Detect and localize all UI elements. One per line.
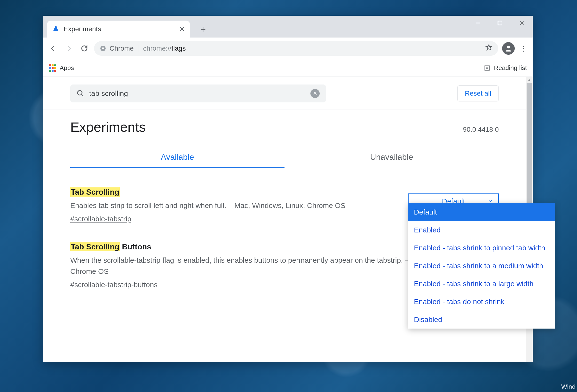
- dropdown-option[interactable]: Enabled - tabs shrink to a large width: [408, 275, 555, 293]
- reset-all-button[interactable]: Reset all: [457, 85, 499, 101]
- dropdown-option[interactable]: Disabled: [408, 311, 555, 328]
- reload-button[interactable]: [78, 43, 90, 54]
- svg-line-11: [81, 95, 83, 96]
- close-window-button[interactable]: [511, 16, 533, 30]
- dropdown-option[interactable]: Default: [408, 203, 555, 221]
- version-label: 90.0.4418.0: [463, 126, 499, 133]
- site-chip-label: Chrome: [109, 45, 134, 52]
- search-box[interactable]: ✕: [70, 85, 326, 102]
- page-heading: Experiments: [70, 119, 146, 135]
- flags-page: ✕ Reset all Experiments 90.0.4418.0 Avai…: [43, 77, 526, 362]
- tab-strip: Experiments ✕ ＋: [43, 16, 533, 37]
- flag-description: Enables tab strip to scroll left and rig…: [70, 200, 398, 211]
- site-chip: Chrome: [100, 45, 139, 52]
- reading-list-icon[interactable]: [484, 65, 491, 71]
- close-tab-icon[interactable]: ✕: [179, 25, 185, 33]
- scroll-up-icon[interactable]: ▲: [526, 77, 533, 83]
- apps-icon[interactable]: [49, 65, 56, 72]
- menu-button[interactable]: ⋮: [519, 44, 528, 53]
- svg-point-10: [77, 91, 82, 95]
- dropdown-option[interactable]: Enabled - tabs shrink to a medium width: [408, 257, 555, 275]
- window-controls: [467, 16, 533, 30]
- flag-title: Tab Scrolling: [70, 188, 398, 196]
- chrome-icon: [100, 45, 106, 52]
- dropdown-option[interactable]: Enabled: [408, 221, 555, 239]
- url-scheme: chrome://: [143, 45, 172, 52]
- back-button[interactable]: [47, 43, 59, 54]
- divider: [476, 63, 476, 73]
- flask-icon: [52, 25, 59, 33]
- maximize-button[interactable]: [489, 16, 511, 30]
- dropdown-option[interactable]: Enabled - tabs shrink to pinned tab widt…: [408, 239, 555, 257]
- svg-rect-1: [498, 21, 502, 25]
- search-icon: [76, 90, 84, 97]
- svg-point-6: [507, 45, 510, 48]
- clear-search-icon[interactable]: ✕: [310, 89, 320, 98]
- toolbar: Chrome chrome://flags ⋮: [43, 37, 533, 59]
- minimize-button[interactable]: [467, 16, 489, 30]
- search-row: ✕ Reset all: [43, 77, 526, 109]
- new-tab-button[interactable]: ＋: [196, 22, 210, 36]
- tabs: Available Unavailable: [70, 147, 499, 168]
- reading-list-label[interactable]: Reading list: [494, 64, 527, 72]
- tab-title: Experiments: [64, 25, 175, 33]
- svg-point-5: [102, 47, 104, 49]
- tab-unavailable[interactable]: Unavailable: [285, 147, 499, 168]
- forward-button[interactable]: [63, 43, 75, 54]
- content-area: ✕ Reset all Experiments 90.0.4418.0 Avai…: [43, 77, 533, 362]
- search-input[interactable]: [89, 89, 306, 98]
- url-path: flags: [171, 45, 186, 52]
- browser-tab-active[interactable]: Experiments ✕: [47, 21, 190, 37]
- flag-anchor[interactable]: #scrollable-tabstrip-buttons: [70, 281, 157, 289]
- flag-anchor[interactable]: #scrollable-tabstrip: [70, 215, 131, 223]
- address-bar[interactable]: Chrome chrome://flags: [94, 41, 498, 56]
- apps-label[interactable]: Apps: [60, 64, 74, 72]
- browser-window: Experiments ✕ ＋: [43, 16, 533, 362]
- bookmarks-bar: Apps Reading list: [43, 59, 533, 77]
- bookmark-star-icon[interactable]: [485, 44, 492, 53]
- flag-item: Tab Scrolling Enables tab strip to scrol…: [70, 188, 499, 223]
- dropdown-option[interactable]: Enabled - tabs do not shrink: [408, 293, 555, 311]
- tab-available[interactable]: Available: [70, 147, 285, 168]
- watermark: Wind: [561, 383, 576, 391]
- flag-dropdown[interactable]: DefaultEnabledEnabled - tabs shrink to p…: [408, 203, 555, 328]
- profile-avatar[interactable]: [502, 42, 515, 55]
